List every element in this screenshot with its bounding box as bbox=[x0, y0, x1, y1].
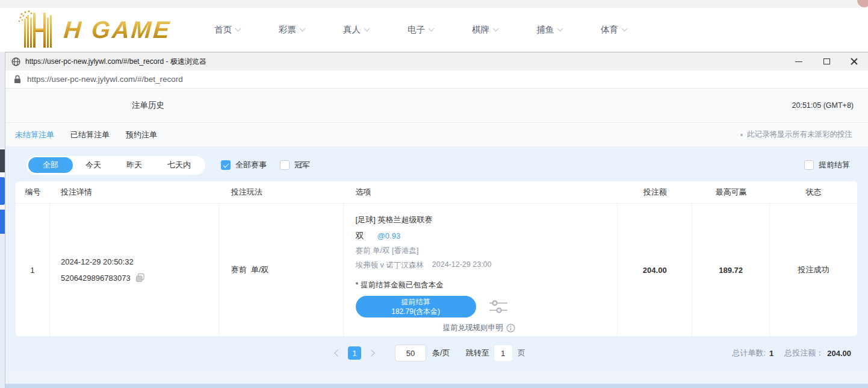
total-stake-value: 204.00 bbox=[827, 349, 851, 358]
champion-checkbox[interactable]: 冠军 bbox=[280, 160, 310, 171]
window-title-bar[interactable]: https://user-pc-new.jylywl.com/#/bet_rec… bbox=[5, 52, 868, 70]
close-icon bbox=[851, 58, 858, 65]
cell-no: 1 bbox=[16, 204, 50, 336]
all-events-checkbox[interactable]: 全部赛事 bbox=[221, 160, 267, 171]
server-clock: 20:51:05 (GMT+8) bbox=[792, 101, 854, 110]
nav-label: 彩票 bbox=[279, 24, 296, 36]
chevron-down-icon bbox=[493, 26, 499, 32]
info-icon[interactable] bbox=[506, 324, 515, 333]
row-number: 1 bbox=[30, 266, 34, 275]
table-header-row: 编号 投注详情 投注玩法 选项 投注额 最高可赢 状态 bbox=[16, 181, 857, 204]
address-bar[interactable]: https://user-pc-new.jylywl.com/#/bet_rec… bbox=[5, 70, 868, 89]
cell-stake: 204.00 bbox=[618, 204, 692, 336]
sliders-icon[interactable] bbox=[489, 299, 507, 314]
play-type: 赛前 单/双 bbox=[219, 264, 269, 275]
logo-bars-icon bbox=[17, 10, 60, 49]
prev-page-icon[interactable] bbox=[334, 349, 341, 356]
cell-bet-detail: 2024-12-29 20:50:32 5206429896783073 bbox=[50, 204, 219, 336]
fragment bbox=[0, 236, 5, 388]
chevron-down-icon bbox=[235, 26, 241, 32]
site-nav-bar: H GAME 首页 彩票 真人 电子 棋牌 捕鱼 体育 bbox=[0, 8, 868, 52]
match-teams: 埃弗顿 v 诺丁汉森林 bbox=[356, 260, 424, 271]
minimize-icon bbox=[795, 61, 802, 62]
cell-option: [足球] 英格兰超级联赛 双 @0.93 赛前 单/双 [香港盘] 埃弗顿 v … bbox=[344, 204, 618, 336]
filter-row: 全部 今天 昨天 七天内 全部赛事 冠军 提前结算 bbox=[5, 152, 868, 178]
nav-item-lottery[interactable]: 彩票 bbox=[279, 24, 305, 36]
cashout-note: * 提前结算金额已包含本金 bbox=[356, 280, 618, 290]
page-size-input[interactable] bbox=[395, 345, 426, 361]
copy-icon[interactable] bbox=[135, 273, 145, 283]
tab-note: 此记录将显示所有未派彩的投注 bbox=[740, 130, 852, 140]
chevron-down-icon bbox=[622, 26, 628, 32]
total-stake-label: 总投注额： bbox=[784, 348, 823, 358]
header-bet-detail: 投注详情 bbox=[50, 187, 219, 198]
date-filter-group: 全部 今天 昨天 七天内 bbox=[26, 156, 205, 175]
league-name: [足球] 英格兰超级联赛 bbox=[356, 214, 618, 225]
status-text: 投注成功 bbox=[798, 264, 829, 275]
max-win-amount: 189.72 bbox=[719, 266, 743, 275]
filter-all[interactable]: 全部 bbox=[28, 157, 73, 173]
bottom-band bbox=[5, 370, 868, 384]
match-time: 2024-12-29 23:00 bbox=[432, 260, 492, 271]
odds: @0.93 bbox=[377, 231, 401, 240]
next-page-icon[interactable] bbox=[368, 349, 374, 356]
nav-item-slots[interactable]: 电子 bbox=[408, 24, 433, 36]
minimize-button[interactable] bbox=[785, 52, 813, 70]
nav-label: 捕鱼 bbox=[536, 24, 554, 36]
bet-table: 编号 投注详情 投注玩法 选项 投注额 最高可赢 状态 1 2024-12-29… bbox=[16, 181, 857, 336]
tab-unsettled[interactable]: 未结算注单 bbox=[15, 130, 54, 140]
record-tabs: 未结算注单 已结算注单 预约注单 bbox=[15, 130, 173, 140]
cell-max-win: 189.72 bbox=[692, 204, 770, 336]
tab-settled[interactable]: 已结算注单 bbox=[70, 130, 110, 140]
logo-text: H GAME bbox=[63, 16, 172, 43]
chevron-down-icon bbox=[429, 26, 435, 32]
window-title: https://user-pc-new.jylywl.com/#/bet_rec… bbox=[25, 57, 206, 67]
site-logo[interactable]: H GAME bbox=[17, 10, 171, 49]
maximize-button[interactable] bbox=[813, 52, 840, 70]
content-panel: 全部 今天 昨天 七天内 全部赛事 冠军 提前结算 bbox=[5, 146, 868, 388]
header-option: 选项 bbox=[344, 187, 618, 198]
nav-label: 体育 bbox=[601, 24, 618, 36]
tabs-row: 未结算注单 已结算注单 预约注单 此记录将显示所有未派彩的投注 bbox=[5, 123, 868, 146]
nav-item-home[interactable]: 首页 bbox=[214, 24, 240, 36]
page-number-button[interactable]: 1 bbox=[348, 346, 361, 360]
checkbox-label: 全部赛事 bbox=[235, 160, 267, 171]
tab-reserved[interactable]: 预约注单 bbox=[126, 130, 157, 140]
pager: 1 条/页 跳转至 页 bbox=[335, 345, 525, 361]
nav-item-fishing[interactable]: 捕鱼 bbox=[536, 24, 562, 36]
window-controls bbox=[785, 52, 868, 70]
checkbox-label: 冠军 bbox=[294, 160, 310, 171]
checkbox-label: 提前结算 bbox=[819, 160, 850, 171]
jump-label: 跳转至 bbox=[466, 348, 489, 358]
fragment-blue bbox=[0, 177, 5, 205]
nav-item-live[interactable]: 真人 bbox=[343, 24, 369, 36]
browser-window: https://user-pc-new.jylywl.com/#/bet_rec… bbox=[5, 52, 868, 388]
jump-page-input[interactable] bbox=[494, 345, 512, 361]
checkbox-checked-icon[interactable] bbox=[221, 160, 231, 170]
filter-7days[interactable]: 七天内 bbox=[155, 157, 203, 173]
checkbox-icon[interactable] bbox=[280, 160, 290, 170]
bet-id: 5206429896783073 bbox=[61, 274, 131, 283]
page-size-unit: 条/页 bbox=[432, 348, 450, 358]
rules-text: 提前兑现规则申明 bbox=[443, 323, 503, 333]
nav-item-sports[interactable]: 体育 bbox=[601, 24, 627, 36]
header-max-win: 最高可赢 bbox=[692, 187, 770, 198]
stake-amount: 204.00 bbox=[643, 266, 667, 275]
nav-item-chess[interactable]: 棋牌 bbox=[472, 24, 498, 36]
cashout-button[interactable]: 提前结算 182.79(含本金) bbox=[356, 296, 476, 318]
header-stake: 投注额 bbox=[618, 187, 692, 198]
cashout-rules-link[interactable]: 提前兑现规则申明 bbox=[443, 323, 618, 333]
cashout-filter-checkbox[interactable]: 提前结算 bbox=[804, 160, 850, 171]
pick: 双 bbox=[356, 231, 364, 242]
close-button[interactable] bbox=[840, 52, 868, 70]
checkbox-icon[interactable] bbox=[804, 160, 814, 170]
nav-label: 真人 bbox=[343, 24, 361, 36]
totals-summary: 总计单数: 1 总投注额： 204.00 bbox=[732, 348, 851, 358]
chevron-down-icon bbox=[300, 26, 306, 32]
jump-unit: 页 bbox=[518, 348, 525, 358]
background-page-fragment bbox=[0, 52, 5, 388]
filter-yesterday[interactable]: 昨天 bbox=[114, 157, 155, 173]
cell-play-type: 赛前 单/双 bbox=[219, 204, 344, 336]
main-menu: 首页 彩票 真人 电子 棋牌 捕鱼 体育 bbox=[214, 8, 665, 52]
filter-today[interactable]: 今天 bbox=[73, 157, 114, 173]
